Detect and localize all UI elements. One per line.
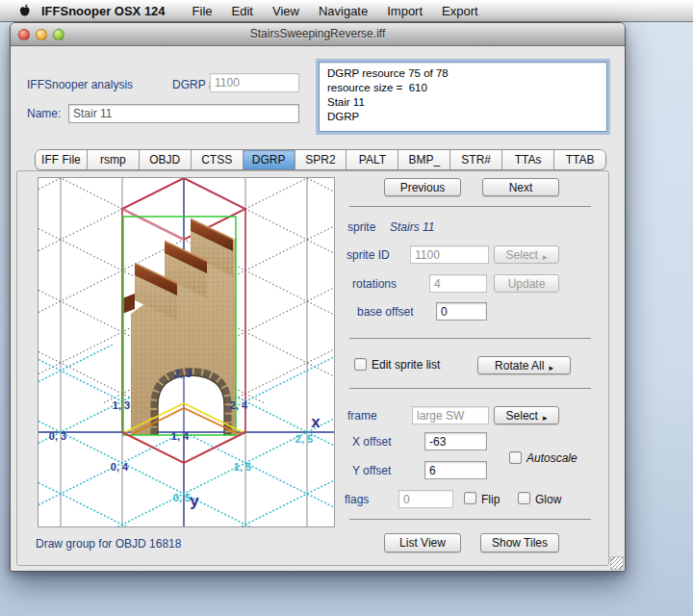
flip-label: Flip [481,493,500,506]
autoscale-label: Autoscale [526,451,578,465]
frame-field[interactable] [412,406,489,424]
popup-arrow-icon: ▸ [549,363,553,372]
flags-label: flags [345,493,369,506]
tab-bar: IFF File rsmp OBJD CTSS DGRP SPR2 PALT B… [35,149,606,170]
tile-label: 0, 3 [49,430,66,442]
y-offset-label: Y offset [352,464,391,477]
sprite-preview-canvas: 2, 3 1, 3 2, 4 0, 3 1, 4 2, 5 0, 4 1, 5 … [38,177,335,527]
edit-sprite-list-checkbox[interactable] [354,358,367,371]
menu-export[interactable]: Export [442,4,478,18]
tab-str[interactable]: STR# [449,150,501,169]
next-button[interactable]: Next [482,178,559,196]
y-offset-field[interactable] [424,461,487,479]
info-line: DGRP resource 75 of 78 [327,66,599,81]
divider [349,519,591,520]
menu-app-name[interactable]: IFFSnooper OSX 124 [41,4,166,18]
glow-checkbox[interactable] [518,492,530,504]
frame-select-button[interactable]: Select▸ [494,406,559,424]
tab-ttas[interactable]: TTAs [501,150,553,169]
menu-edit[interactable]: Edit [232,4,253,18]
tab-ctss[interactable]: CTSS [191,150,243,169]
base-offset-field[interactable] [436,302,487,321]
list-view-button[interactable]: List View [384,533,461,552]
menu-file[interactable]: File [192,4,213,18]
title-bar[interactable]: StairsSweepingReverse.iff [11,23,625,46]
popup-arrow-icon: ▸ [543,413,548,423]
tile-label: 1, 5 [234,461,251,473]
name-field[interactable] [68,104,299,123]
divider [349,388,591,389]
tab-bmp[interactable]: BMP_ [398,150,449,169]
tab-ttab[interactable]: TTAB [553,150,605,169]
y-axis-label: y [190,492,199,510]
dgrp-number-field[interactable] [210,73,299,92]
draw-group-text: Draw group for OBJD 16818 [36,537,181,551]
info-line: DGRP [327,110,599,124]
tile-label: 0, 4 [111,461,129,473]
glow-label: Glow [535,493,561,506]
resize-grip[interactable] [610,556,624,570]
sprite-select-button[interactable]: Select▸ [494,245,559,264]
stairs-sprite [122,218,236,435]
menu-bar: IFFSnooper OSX 124 File Edit View Naviga… [0,0,693,22]
menu-import[interactable]: Import [387,4,423,18]
tab-rsmp[interactable]: rsmp [87,150,139,169]
divider [349,338,591,339]
autoscale-checkbox[interactable] [509,451,522,464]
resource-info-box[interactable]: DGRP resource 75 of 78 resource size = 6… [319,62,607,132]
tab-iff-file[interactable]: IFF File [36,150,87,169]
flip-checkbox[interactable] [464,492,476,504]
frame-label: frame [347,409,377,423]
tile-label: 0, 5 [173,492,191,503]
show-tiles-button[interactable]: Show Tiles [480,533,559,552]
analysis-label: IFFSnooper analysis [27,78,133,91]
tab-objd[interactable]: OBJD [139,150,191,169]
previous-button[interactable]: Previous [384,178,461,196]
rotations-label: rotations [352,277,397,291]
sprite-id-label: sprite ID [346,248,390,262]
tile-label: 2, 5 [295,433,313,445]
menu-view[interactable]: View [272,4,299,18]
tile-label: 1, 3 [113,399,130,411]
flags-field[interactable] [398,490,453,508]
popup-arrow-icon: ▸ [543,252,548,262]
info-line: Stair 11 [327,95,599,110]
app-window: StairsSweepingReverse.iff IFFSnooper ana… [10,22,626,572]
name-label: Name: [27,107,61,120]
rotate-all-button[interactable]: Rotate All▸ [477,356,571,374]
base-offset-label: base offset [357,305,414,319]
dgrp-number-label: DGRP # [172,78,215,91]
tab-dgrp[interactable]: DGRP [243,150,295,169]
tile-label: 1, 4 [171,430,190,442]
sprite-name: Stairs 11 [390,220,434,234]
rotations-field[interactable] [429,274,487,293]
tab-spr2[interactable]: SPR2 [295,150,346,169]
divider [349,206,591,207]
window-title: StairsSweepingReverse.iff [11,27,625,40]
x-offset-field[interactable] [424,432,487,450]
sprite-label: sprite [347,220,375,234]
x-offset-label: X offset [352,435,391,449]
menu-navigate[interactable]: Navigate [319,4,368,18]
x-axis-label: x [311,413,321,431]
edit-sprite-list-label: Edit sprite list [372,358,440,372]
tile-label: 2, 3 [174,368,192,379]
info-line: resource size = 610 [327,81,599,95]
tab-palt[interactable]: PALT [346,150,398,169]
update-button[interactable]: Update [494,274,559,293]
sprite-id-field[interactable] [410,245,489,264]
isometric-grid: 2, 3 1, 3 2, 4 0, 3 1, 4 2, 5 0, 4 1, 5 … [38,178,334,526]
apple-logo-icon[interactable] [18,4,31,18]
tile-label: 2, 4 [230,399,248,411]
